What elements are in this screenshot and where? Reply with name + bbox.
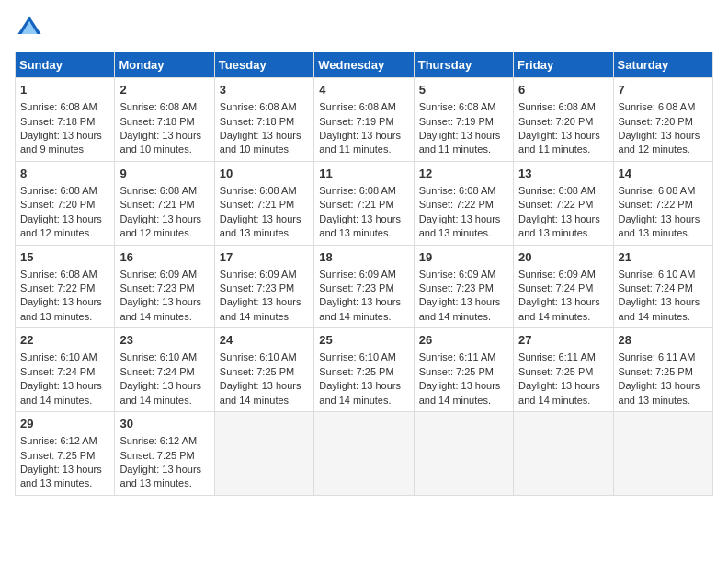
sunset-text: Sunset: 7:22 PM: [419, 199, 494, 210]
day-number: 23: [119, 332, 209, 349]
table-row: 6Sunrise: 6:08 AMSunset: 7:20 PMDaylight…: [514, 78, 613, 162]
sunset-text: Sunset: 7:18 PM: [20, 116, 95, 127]
sunrise-text: Sunrise: 6:08 AM: [419, 101, 496, 112]
sunrise-text: Sunrise: 6:08 AM: [220, 185, 297, 196]
table-row: 10Sunrise: 6:08 AMSunset: 7:21 PMDayligh…: [214, 161, 313, 245]
table-row: 27Sunrise: 6:11 AMSunset: 7:25 PMDayligh…: [514, 328, 613, 412]
sunrise-text: Sunrise: 6:10 AM: [220, 351, 297, 362]
daylight-text: Daylight: 13 hours and 11 minutes.: [419, 130, 501, 155]
table-row: 30Sunrise: 6:12 AMSunset: 7:25 PMDayligh…: [115, 412, 214, 496]
logo-icon: [17, 15, 42, 40]
calendar-week-row: 29Sunrise: 6:12 AMSunset: 7:25 PMDayligh…: [16, 412, 713, 496]
day-number: 3: [220, 82, 309, 98]
sunrise-text: Sunrise: 6:08 AM: [220, 101, 297, 112]
col-thursday: Thursday: [414, 52, 513, 78]
table-row: 26Sunrise: 6:11 AMSunset: 7:25 PMDayligh…: [414, 328, 513, 412]
day-number: 11: [319, 166, 408, 182]
sunrise-text: Sunrise: 6:12 AM: [20, 435, 97, 446]
sunset-text: Sunset: 7:25 PM: [119, 450, 194, 461]
table-row: 21Sunrise: 6:10 AMSunset: 7:24 PMDayligh…: [613, 245, 712, 328]
day-number: 27: [518, 332, 608, 349]
day-number: 26: [419, 332, 508, 349]
daylight-text: Daylight: 13 hours and 14 minutes.: [220, 296, 301, 321]
sunset-text: Sunset: 7:22 PM: [518, 199, 593, 210]
calendar-week-row: 8Sunrise: 6:08 AMSunset: 7:20 PMDaylight…: [16, 161, 713, 245]
sunset-text: Sunset: 7:19 PM: [419, 116, 494, 127]
day-number: 21: [619, 249, 708, 266]
sunrise-text: Sunrise: 6:10 AM: [119, 351, 197, 362]
sunrise-text: Sunrise: 6:08 AM: [619, 185, 696, 196]
daylight-text: Daylight: 13 hours and 12 minutes.: [20, 213, 102, 238]
daylight-text: Daylight: 13 hours and 13 minutes.: [119, 464, 201, 488]
sunrise-text: Sunrise: 6:08 AM: [20, 269, 97, 280]
sunset-text: Sunset: 7:25 PM: [619, 366, 693, 377]
daylight-text: Daylight: 13 hours and 14 minutes.: [619, 296, 700, 321]
table-row: 19Sunrise: 6:09 AMSunset: 7:23 PMDayligh…: [414, 245, 513, 328]
calendar-week-row: 22Sunrise: 6:10 AMSunset: 7:24 PMDayligh…: [16, 328, 713, 412]
sunset-text: Sunset: 7:21 PM: [319, 199, 393, 210]
daylight-text: Daylight: 13 hours and 14 minutes.: [119, 380, 201, 405]
daylight-text: Daylight: 13 hours and 10 minutes.: [220, 130, 301, 155]
sunrise-text: Sunrise: 6:08 AM: [319, 101, 396, 112]
sunrise-text: Sunrise: 6:11 AM: [518, 351, 596, 362]
sunset-text: Sunset: 7:25 PM: [220, 366, 294, 377]
page-header: [15, 15, 713, 40]
table-row: 3Sunrise: 6:08 AMSunset: 7:18 PMDaylight…: [214, 78, 313, 162]
sunset-text: Sunset: 7:23 PM: [220, 282, 294, 293]
daylight-text: Daylight: 13 hours and 13 minutes.: [20, 296, 102, 321]
sunset-text: Sunset: 7:20 PM: [20, 199, 95, 210]
sunrise-text: Sunrise: 6:09 AM: [319, 269, 396, 280]
day-number: 29: [20, 416, 109, 432]
daylight-text: Daylight: 13 hours and 13 minutes.: [319, 213, 401, 238]
col-sunday: Sunday: [16, 52, 115, 78]
table-row: 7Sunrise: 6:08 AMSunset: 7:20 PMDaylight…: [613, 78, 712, 162]
table-row: 9Sunrise: 6:08 AMSunset: 7:21 PMDaylight…: [115, 161, 214, 245]
sunrise-text: Sunrise: 6:09 AM: [419, 269, 496, 280]
daylight-text: Daylight: 13 hours and 11 minutes.: [319, 130, 401, 155]
daylight-text: Daylight: 13 hours and 14 minutes.: [419, 296, 501, 321]
sunset-text: Sunset: 7:23 PM: [419, 282, 494, 293]
day-number: 18: [319, 249, 408, 266]
day-number: 24: [220, 332, 309, 349]
table-row: [414, 412, 513, 496]
table-row: 1Sunrise: 6:08 AMSunset: 7:18 PMDaylight…: [16, 78, 115, 162]
day-number: 14: [619, 166, 708, 182]
day-number: 15: [20, 249, 109, 266]
table-row: 16Sunrise: 6:09 AMSunset: 7:23 PMDayligh…: [115, 245, 214, 328]
calendar-week-row: 1Sunrise: 6:08 AMSunset: 7:18 PMDaylight…: [16, 78, 713, 162]
table-row: [314, 412, 414, 496]
sunrise-text: Sunrise: 6:11 AM: [619, 351, 696, 362]
sunrise-text: Sunrise: 6:08 AM: [619, 101, 696, 112]
table-row: 2Sunrise: 6:08 AMSunset: 7:18 PMDaylight…: [115, 78, 214, 162]
day-number: 12: [419, 166, 508, 182]
sunset-text: Sunset: 7:25 PM: [518, 366, 593, 377]
table-row: 24Sunrise: 6:10 AMSunset: 7:25 PMDayligh…: [214, 328, 313, 412]
sunset-text: Sunset: 7:23 PM: [319, 282, 393, 293]
sunrise-text: Sunrise: 6:08 AM: [20, 101, 97, 112]
sunset-text: Sunset: 7:25 PM: [20, 450, 95, 461]
calendar-table: Sunday Monday Tuesday Wednesday Thursday…: [15, 52, 713, 496]
day-number: 2: [119, 82, 209, 98]
daylight-text: Daylight: 13 hours and 14 minutes.: [319, 296, 401, 321]
daylight-text: Daylight: 13 hours and 10 minutes.: [119, 130, 201, 155]
daylight-text: Daylight: 13 hours and 9 minutes.: [20, 130, 102, 155]
sunset-text: Sunset: 7:24 PM: [119, 366, 194, 377]
table-row: [514, 412, 613, 496]
sunset-text: Sunset: 7:22 PM: [20, 282, 95, 293]
sunset-text: Sunset: 7:24 PM: [619, 282, 693, 293]
calendar-week-row: 15Sunrise: 6:08 AMSunset: 7:22 PMDayligh…: [16, 245, 713, 328]
day-number: 10: [220, 166, 309, 182]
daylight-text: Daylight: 13 hours and 12 minutes.: [619, 130, 700, 155]
daylight-text: Daylight: 13 hours and 14 minutes.: [20, 380, 102, 405]
table-row: 29Sunrise: 6:12 AMSunset: 7:25 PMDayligh…: [16, 412, 115, 496]
daylight-text: Daylight: 13 hours and 13 minutes.: [20, 464, 102, 488]
sunrise-text: Sunrise: 6:11 AM: [419, 351, 496, 362]
sunrise-text: Sunrise: 6:09 AM: [119, 269, 197, 280]
table-row: 23Sunrise: 6:10 AMSunset: 7:24 PMDayligh…: [115, 328, 214, 412]
daylight-text: Daylight: 13 hours and 13 minutes.: [220, 213, 301, 238]
table-row: 12Sunrise: 6:08 AMSunset: 7:22 PMDayligh…: [414, 161, 513, 245]
table-row: 5Sunrise: 6:08 AMSunset: 7:19 PMDaylight…: [414, 78, 513, 162]
day-number: 1: [20, 82, 109, 98]
col-saturday: Saturday: [613, 52, 712, 78]
day-number: 7: [619, 82, 708, 98]
